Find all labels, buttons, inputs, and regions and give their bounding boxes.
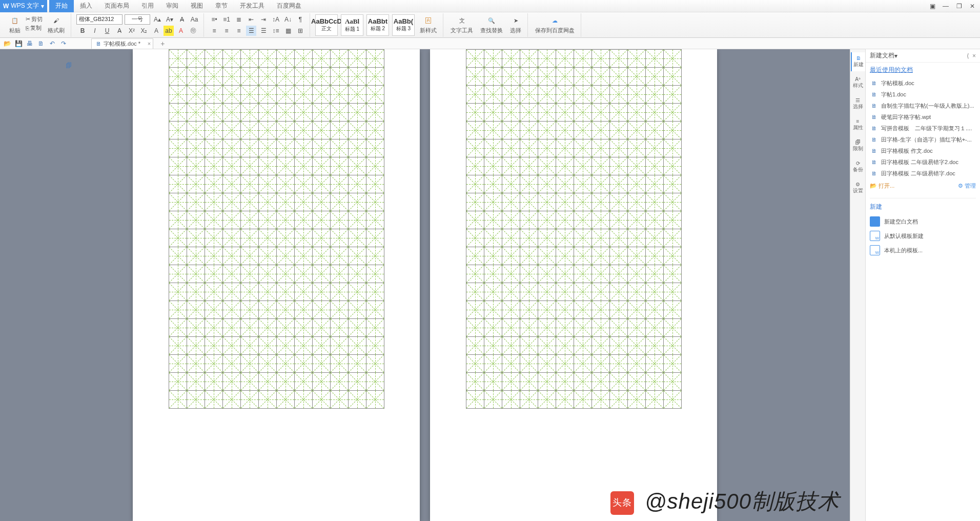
preview-icon[interactable]: 🗎 [37, 39, 45, 48]
panel-pin-icon[interactable]: ⟨ [967, 52, 969, 59]
clear-format-icon[interactable]: A̶ [177, 14, 187, 25]
highlight-icon[interactable]: ab [164, 26, 174, 36]
manage-button[interactable]: ⚙管理 [958, 182, 976, 190]
menu-tab-review[interactable]: 审阅 [160, 0, 185, 12]
print-icon[interactable]: 🖶 [26, 39, 34, 48]
text-effect-icon[interactable]: A [151, 26, 161, 36]
document-area[interactable]: 🗐 @sheji500制版技术 [0, 49, 850, 521]
outline-icon[interactable]: 🗐 [65, 62, 73, 70]
bullets-icon[interactable]: ≡• [209, 14, 219, 25]
change-case-icon[interactable]: Aa [189, 14, 199, 25]
show-marks-icon[interactable]: ¶ [295, 14, 305, 25]
recent-item[interactable]: 🗎硬笔田字格字帖.wpt [870, 111, 976, 123]
recent-item[interactable]: 🗎田字格模板 二年级易错字2.doc [870, 156, 976, 168]
menu-tab-view[interactable]: 视图 [185, 0, 209, 12]
strike-button[interactable]: A̵ [114, 26, 125, 36]
select-button[interactable]: ➤选择 [508, 15, 523, 34]
font-grow-icon[interactable]: A▴ [152, 14, 162, 25]
font-color-icon[interactable]: A [176, 26, 186, 36]
sidetool-settings[interactable]: ⚙设置 [851, 178, 865, 197]
brush-icon: 🖌 [51, 15, 62, 26]
style-h2[interactable]: AaBbt标题 2 [366, 14, 389, 36]
open-button[interactable]: 📂 打开... [870, 182, 894, 190]
font-shrink-icon[interactable]: A▾ [165, 14, 175, 25]
cut-button[interactable]: ✂剪切 [26, 15, 43, 23]
sidetool-backup[interactable]: ⟳备份 [851, 157, 865, 176]
paragraph-group: ≡• ≡1 ≣ ⇤ ⇥ ↕A A↓ ¶ ≡ ≡ ≡ ☰ ☰ ↕≡ ▦ ⊞ [205, 13, 310, 37]
minimize-icon[interactable]: — [941, 2, 950, 10]
text-tool-button[interactable]: 文文字工具 [448, 15, 475, 34]
menu-tab-baidu[interactable]: 百度网盘 [271, 0, 308, 12]
redo-icon[interactable]: ↷ [59, 39, 68, 48]
bold-button[interactable]: B [77, 26, 88, 36]
style-h1[interactable]: AaBl标题 1 [341, 14, 363, 36]
close-icon[interactable]: ✕ [968, 2, 977, 10]
underline-button[interactable]: U [102, 26, 112, 36]
recent-item[interactable]: 🗎田字格模板 二年级易错字.doc [870, 168, 976, 179]
tab-close-icon[interactable]: × [148, 41, 151, 47]
circle-text-icon[interactable]: ㊞ [188, 26, 198, 36]
font-name-select[interactable]: 楷体_GB2312 [76, 14, 122, 25]
align-center-icon[interactable]: ≡ [221, 26, 232, 36]
font-size-select[interactable]: 一号 [125, 14, 150, 25]
italic-button[interactable]: I [90, 26, 100, 36]
style-normal[interactable]: AaBbCcD正文 [315, 14, 338, 36]
panel-dropdown-icon[interactable]: ▾ [894, 52, 897, 59]
recent-item[interactable]: 🗎写拼音模板 二年级下学期复习１.... [870, 123, 976, 134]
new-style-button[interactable]: 🄰新样式 [418, 15, 439, 34]
gear-small-icon: ⚙ [958, 183, 963, 189]
format-painter-button[interactable]: 🖌 格式刷 [46, 15, 67, 34]
maximize-icon[interactable]: ❐ [954, 2, 964, 10]
borders-icon[interactable]: ⊞ [295, 26, 305, 36]
align-left-icon[interactable]: ≡ [209, 26, 219, 36]
shading-icon[interactable]: ▦ [283, 26, 293, 36]
align-right-icon[interactable]: ≡ [234, 26, 244, 36]
save-cloud-button[interactable]: ☁保存到百度网盘 [533, 15, 577, 34]
sidetool-select[interactable]: ☰选择 [851, 94, 865, 113]
menu-tab-ref[interactable]: 引用 [135, 0, 160, 12]
app-dropdown-icon[interactable]: ▾ [41, 3, 44, 10]
local-template-icon [870, 245, 880, 255]
ribbon-toggle-icon[interactable]: ▣ [928, 2, 937, 10]
superscript-button[interactable]: X² [127, 26, 137, 36]
new-from-template[interactable]: 从默认模板新建 [870, 229, 976, 243]
line-spacing-icon[interactable]: ↕≡ [271, 26, 281, 36]
undo-icon[interactable]: ↶ [48, 39, 56, 48]
save-icon[interactable]: 💾 [14, 39, 23, 48]
document-tab[interactable]: 🗎 字帖模板.doc * × [91, 38, 153, 49]
indent-right-icon[interactable]: ⇥ [258, 14, 269, 25]
subscript-button[interactable]: X₂ [139, 26, 149, 36]
sidetool-props[interactable]: ≡属性 [851, 115, 865, 134]
new-blank[interactable]: 新建空白文档 [870, 214, 976, 229]
recent-item[interactable]: 🗎田字格-生字（自选字）描红字帖+-... [870, 134, 976, 145]
new-tab-button[interactable]: + [160, 39, 165, 48]
numbering-icon[interactable]: ≡1 [221, 14, 232, 25]
sidetool-limit[interactable]: 🗐限制 [851, 136, 865, 155]
text-direction-icon[interactable]: ↕A [271, 14, 281, 25]
copy-button[interactable]: ⎘复制 [26, 24, 43, 32]
paste-button[interactable]: 📋 粘贴 [7, 15, 23, 34]
align-dist-icon[interactable]: ☰ [258, 26, 269, 36]
panel-close-icon[interactable]: × [972, 52, 976, 59]
recent-item[interactable]: 🗎田字格模板 作文.doc [870, 145, 976, 156]
sort-icon[interactable]: A↓ [283, 14, 293, 25]
sidetool-new[interactable]: 🗎新建 [851, 52, 865, 71]
open-icon[interactable]: 📂 [3, 39, 11, 48]
menu-tab-chapter[interactable]: 章节 [209, 0, 234, 12]
recent-title[interactable]: 最近使用的文档 [870, 66, 976, 74]
sidetool-style[interactable]: Aᵃ样式 [851, 73, 865, 92]
new-local-template[interactable]: 本机上的模板... [870, 243, 976, 257]
find-replace-button[interactable]: 🔍查找替换 [478, 15, 505, 34]
style-h3[interactable]: AaBb(标题 3 [392, 14, 415, 36]
align-justify-icon[interactable]: ☰ [246, 26, 256, 36]
recent-item[interactable]: 🗎自制生字描红字帖(一年级人教版上)... [870, 100, 976, 111]
menu-tab-start[interactable]: 开始 [49, 0, 74, 12]
recent-item[interactable]: 🗎字帖1.doc [870, 89, 976, 100]
menu-tab-layout[interactable]: 页面布局 [98, 0, 135, 12]
recent-item[interactable]: 🗎字帖模板.doc [870, 77, 976, 89]
menu-tab-dev[interactable]: 开发工具 [234, 0, 271, 12]
indent-left-icon[interactable]: ⇤ [246, 14, 256, 25]
menu-tab-insert[interactable]: 插入 [74, 0, 98, 12]
multilevel-icon[interactable]: ≣ [234, 14, 244, 25]
main-area: 🗐 @sheji500制版技术 🗎新建 Aᵃ样式 ☰选择 ≡属性 🗐限制 ⟳备份… [0, 49, 980, 521]
